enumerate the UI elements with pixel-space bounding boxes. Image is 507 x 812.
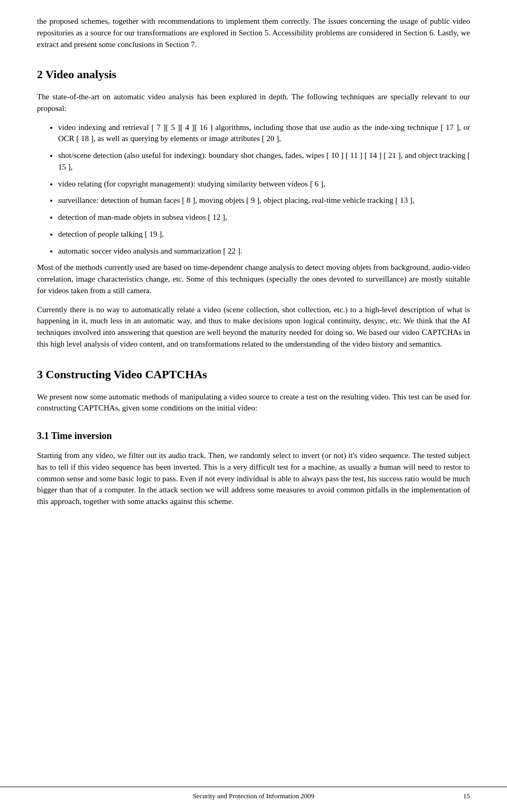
section2-paragraph2: Most of the methods currently used are b… bbox=[37, 262, 470, 296]
list-item: shot/scene detection (also useful for in… bbox=[58, 150, 470, 173]
list-item: surveillance: detection of human faces [… bbox=[58, 195, 470, 207]
section3-paragraph2: Starting from any video, we filter out i… bbox=[37, 450, 470, 508]
footer-title: Security and Protection of Information 2… bbox=[37, 791, 470, 801]
section3-subheading1: 3.1 Time inversion bbox=[37, 429, 470, 443]
bullet-list: video indexing and retrieval [ 7 ][ 5 ][… bbox=[58, 122, 470, 257]
section2-heading: 2 Video analysis bbox=[37, 66, 470, 83]
section3-heading: 3 Constructing Video CAPTCHAs bbox=[37, 366, 470, 383]
section2-paragraph3: Currently there is no way to automatical… bbox=[37, 304, 470, 350]
page: the proposed schemes, together with reco… bbox=[0, 0, 507, 812]
list-item: detection of people talking [ 19 ], bbox=[58, 229, 470, 240]
footer-page: 15 bbox=[463, 791, 470, 801]
list-item: video indexing and retrieval [ 7 ][ 5 ][… bbox=[58, 122, 470, 145]
page-footer: Security and Protection of Information 2… bbox=[0, 787, 507, 801]
list-item: automatic soccer video analysis and summ… bbox=[58, 246, 470, 257]
list-item: video relating (for copyright management… bbox=[58, 179, 470, 190]
list-item: detection of man-made objets in subsea v… bbox=[58, 212, 470, 223]
section2-paragraph1: The state-of-the-art on automatic video … bbox=[37, 91, 470, 115]
section3-paragraph1: We present now some automatic methods of… bbox=[37, 391, 470, 415]
intro-paragraph: the proposed schemes, together with reco… bbox=[37, 16, 470, 50]
